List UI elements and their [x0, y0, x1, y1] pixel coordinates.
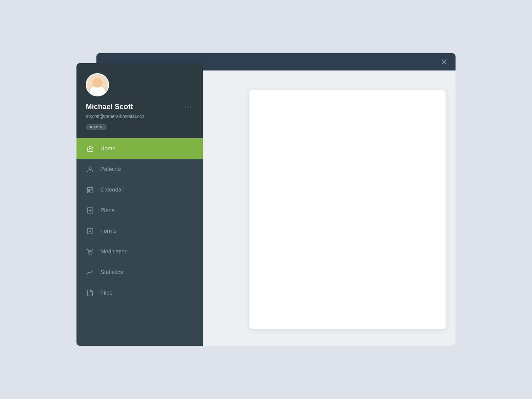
- sidebar-label-medication: Medication: [100, 248, 128, 255]
- close-button[interactable]: [439, 57, 450, 67]
- svg-rect-6: [87, 228, 93, 234]
- more-options-button[interactable]: ···: [183, 102, 194, 112]
- sidebar-item-files[interactable]: Files: [76, 283, 203, 303]
- sidebar-item-home[interactable]: Home: [76, 138, 203, 159]
- user-name-row: Michael Scott ···: [86, 102, 194, 112]
- avatar-face: [87, 74, 108, 95]
- medication-icon: [86, 247, 94, 256]
- sidebar-label-statistics: Statistics: [100, 269, 123, 276]
- user-email: mscott@generalhospital.org: [86, 114, 194, 119]
- sidebar-item-plans[interactable]: Plans: [76, 200, 203, 221]
- user-name: Michael Scott: [86, 102, 133, 111]
- sidebar-item-statistics[interactable]: Statistics: [76, 262, 203, 283]
- sidebar-label-home: Home: [100, 145, 115, 152]
- statistics-icon: [86, 268, 94, 277]
- svg-rect-4: [88, 191, 90, 192]
- sidebar-item-calendar[interactable]: Calendar: [76, 180, 203, 200]
- sidebar-label-calendar: Calendar: [100, 187, 123, 193]
- sidebar-label-files: Files: [100, 290, 112, 296]
- calendar-icon: [86, 186, 94, 194]
- sidebar-label-plans: Plans: [100, 207, 115, 214]
- sidebar-item-medication[interactable]: Medication: [76, 241, 203, 262]
- patients-icon: [86, 165, 94, 174]
- svg-rect-3: [87, 188, 93, 193]
- user-profile: Michael Scott ··· mscott@generalhospital…: [76, 63, 203, 138]
- svg-point-2: [89, 167, 91, 169]
- sidebar-item-patients[interactable]: Patients: [76, 159, 203, 180]
- sidebar-label-patients: Patients: [100, 166, 121, 173]
- forms-icon: [86, 227, 94, 235]
- nav-list: Home Patients: [76, 138, 203, 303]
- home-icon: [86, 144, 94, 153]
- content-card: [249, 90, 446, 329]
- sidebar-label-forms: Forms: [100, 228, 116, 234]
- sidebar: Michael Scott ··· mscott@generalhospital…: [76, 63, 203, 346]
- plans-icon: [86, 206, 94, 215]
- avatar-wrap: [86, 73, 194, 96]
- sidebar-item-forms[interactable]: Forms: [76, 221, 203, 241]
- files-icon: [86, 289, 94, 297]
- avatar: [86, 73, 109, 96]
- role-badge: ADMIN: [86, 124, 107, 130]
